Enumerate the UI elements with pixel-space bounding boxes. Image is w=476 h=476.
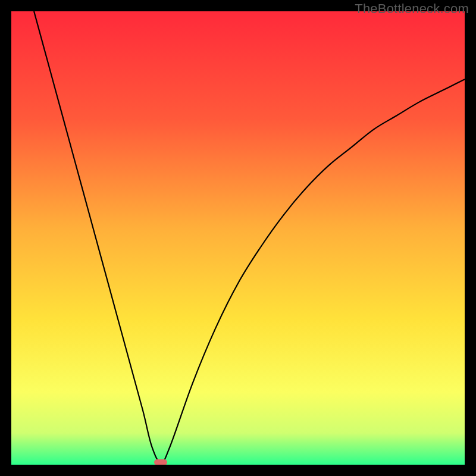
plot-area xyxy=(11,11,465,465)
watermark-text: TheBottleneck.com xyxy=(355,1,469,17)
chart-frame: TheBottleneck.com xyxy=(0,0,476,476)
chart-svg xyxy=(11,11,465,465)
minimum-marker xyxy=(154,459,167,465)
gradient-background xyxy=(11,11,465,465)
